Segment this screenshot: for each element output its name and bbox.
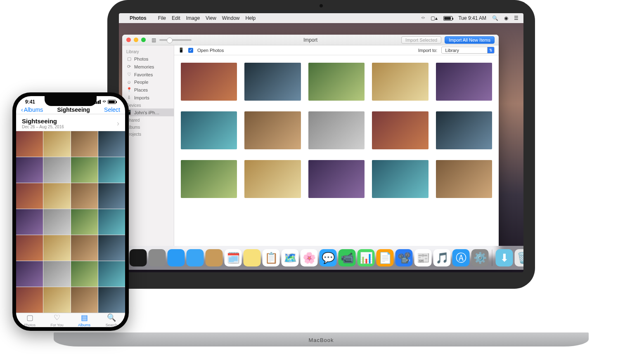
album-thumbnail[interactable]	[71, 261, 98, 287]
dock-calendar-icon[interactable]: 🗓️	[225, 249, 242, 266]
menu-edit[interactable]: Edit	[172, 15, 180, 21]
menubar-clock[interactable]: Tue 9:41 AM	[458, 15, 486, 21]
import-thumbnail[interactable]	[181, 111, 237, 149]
dock-siri-icon[interactable]	[130, 249, 147, 266]
album-thumbnail[interactable]	[71, 157, 98, 183]
siri-icon[interactable]: ◉	[504, 15, 508, 21]
album-thumbnail[interactable]	[43, 131, 70, 157]
album-thumbnail[interactable]	[43, 209, 70, 235]
dock-preferences-icon[interactable]: ⚙️	[471, 249, 489, 266]
import-thumbnail[interactable]	[308, 160, 365, 198]
import-selected-button[interactable]: Import Selected	[401, 36, 441, 44]
dock-facetime-icon[interactable]: 📹	[339, 249, 356, 266]
sidebar-item-imports[interactable]: ⇩Imports	[122, 94, 174, 101]
album-thumbnail[interactable]	[71, 235, 98, 261]
import-thumbnail[interactable]	[436, 160, 492, 198]
import-all-button[interactable]: Import All New Items	[445, 36, 495, 44]
import-thumbnail[interactable]	[372, 160, 428, 198]
album-photo-grid[interactable]	[16, 131, 125, 313]
dock-keynote-icon[interactable]: 📽️	[395, 249, 413, 266]
back-button[interactable]: ‹ Albums	[21, 106, 43, 113]
album-thumbnail[interactable]	[43, 235, 70, 261]
album-thumbnail[interactable]	[71, 131, 98, 157]
import-thumbnail[interactable]	[372, 63, 428, 101]
album-thumbnail[interactable]	[16, 235, 43, 261]
dock-trash-icon[interactable]: 🗑️	[515, 249, 524, 266]
sidebar-item-john-s-iph-[interactable]: 📱John's iPh…	[122, 108, 174, 116]
sidebar-item-favorites[interactable]: ♡Favorites	[122, 71, 174, 78]
album-thumbnail[interactable]	[98, 209, 125, 235]
dock-appstore-icon[interactable]: Ⓐ	[452, 249, 470, 266]
album-thumbnail[interactable]	[43, 183, 70, 209]
dock-launchpad-icon[interactable]	[149, 249, 166, 266]
album-thumbnail[interactable]	[16, 287, 43, 313]
album-thumbnail[interactable]	[43, 287, 70, 313]
menu-help[interactable]: Help	[246, 15, 256, 21]
album-thumbnail[interactable]	[98, 287, 125, 313]
wifi-icon[interactable]: ⌔	[421, 15, 425, 21]
album-thumbnail[interactable]	[98, 131, 125, 157]
window-close-button[interactable]	[126, 38, 131, 42]
album-thumbnail[interactable]	[43, 157, 70, 183]
menu-file[interactable]: File	[158, 15, 166, 21]
window-zoom-button[interactable]	[141, 38, 146, 42]
album-thumbnail[interactable]	[98, 183, 125, 209]
dock-messages-icon[interactable]: 💬	[320, 249, 337, 266]
album-thumbnail[interactable]	[16, 131, 43, 157]
import-thumbnail[interactable]	[308, 111, 365, 149]
tab-for-you[interactable]: ♡For You	[43, 313, 71, 327]
album-thumbnail[interactable]	[16, 157, 43, 183]
select-button[interactable]: Select	[104, 106, 120, 113]
album-thumbnail[interactable]	[71, 287, 98, 313]
album-thumbnail[interactable]	[98, 235, 125, 261]
sidebar-item-photos[interactable]: ▢Photos	[122, 55, 174, 63]
import-thumbnail[interactable]	[308, 63, 365, 101]
dock-safari-icon[interactable]	[168, 249, 185, 266]
dock-mail-icon[interactable]	[187, 249, 204, 266]
dock-downloads-icon[interactable]: ⬇︎	[496, 249, 513, 266]
battery-icon[interactable]	[443, 16, 452, 21]
dock-photos-icon[interactable]: 🌸	[301, 249, 318, 266]
import-thumbnail[interactable]	[244, 63, 301, 101]
sidebar-item-people[interactable]: ☺People	[122, 78, 174, 86]
import-thumbnail[interactable]	[372, 111, 428, 149]
sidebar-item-places[interactable]: 📍Places	[122, 86, 174, 94]
import-thumbnail[interactable]	[244, 160, 301, 198]
menubar-app-name[interactable]: Photos	[130, 15, 147, 21]
dock-notes-icon[interactable]	[244, 249, 261, 266]
tab-search[interactable]: 🔍Search	[98, 313, 125, 327]
album-thumbnail[interactable]	[71, 183, 98, 209]
window-titlebar[interactable]: ▥ Import Import Selected Import All New …	[122, 35, 499, 45]
thumbnail-zoom-slider[interactable]	[159, 39, 192, 41]
tab-albums[interactable]: ▤Albums	[71, 313, 98, 327]
dock-reminders-icon[interactable]: 📋	[263, 249, 280, 266]
import-thumbnail[interactable]	[181, 160, 237, 198]
menu-image[interactable]: Image	[186, 15, 200, 21]
sidebar-toggle-icon[interactable]: ▥	[152, 37, 156, 43]
airplay-icon[interactable]: ▢▴	[431, 15, 438, 21]
menu-window[interactable]: Window	[222, 15, 240, 21]
open-photos-checkbox[interactable]: ✓	[188, 48, 193, 53]
tab-photos[interactable]: ▢Photos	[16, 313, 43, 327]
import-thumbnail[interactable]	[436, 63, 492, 101]
window-minimize-button[interactable]	[134, 38, 138, 42]
album-thumbnail[interactable]	[16, 261, 43, 287]
album-thumbnail[interactable]	[43, 261, 70, 287]
spotlight-icon[interactable]: 🔍	[492, 15, 498, 21]
album-thumbnail[interactable]	[98, 157, 125, 183]
sidebar-item-memories[interactable]: ⟳Memories	[122, 63, 174, 71]
dock-numbers-icon[interactable]: 📊	[358, 249, 375, 266]
dock-contacts-icon[interactable]	[206, 249, 223, 266]
menu-view[interactable]: View	[206, 15, 216, 21]
import-thumbnail[interactable]	[181, 63, 237, 101]
dock-itunes-icon[interactable]: 🎵	[433, 249, 451, 266]
import-thumbnail[interactable]	[436, 111, 492, 149]
notification-center-icon[interactable]: ☰	[514, 15, 519, 21]
dock-pages-icon[interactable]: 📄	[376, 249, 394, 266]
album-thumbnail[interactable]	[16, 183, 43, 209]
album-header-row[interactable]: Sightseeing Dec 26 – Aug 25, 2016 ›	[16, 114, 125, 131]
dock-news-icon[interactable]: 📰	[414, 249, 432, 266]
import-to-dropdown[interactable]: Library ⇅	[441, 47, 495, 54]
album-thumbnail[interactable]	[71, 209, 98, 235]
album-thumbnail[interactable]	[98, 261, 125, 287]
